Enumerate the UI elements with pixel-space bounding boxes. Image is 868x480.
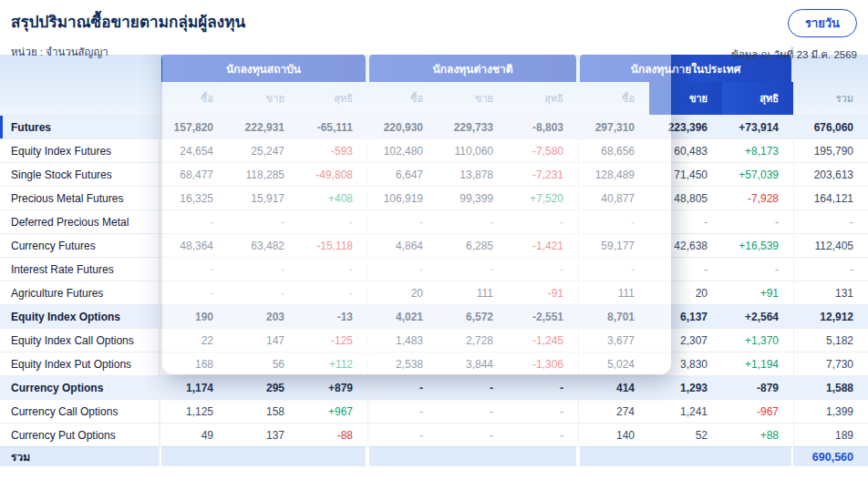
cell-value: - [367, 423, 438, 446]
cell-value: 2,307 [649, 328, 722, 352]
cell-value: 168 [160, 352, 228, 375]
cell-value: 274 [578, 399, 649, 423]
cell-value: 222,931 [228, 115, 299, 138]
grand-total-value: 690,560 [793, 446, 868, 466]
row-label: Currency Call Options [0, 399, 160, 423]
cell-value: - [578, 209, 649, 233]
cell-value: 8,701 [578, 304, 649, 328]
cell-value: 99,399 [438, 186, 508, 209]
row-label: Equity Index Call Options [0, 328, 160, 352]
cell-value: 297,310 [578, 115, 649, 138]
cell-value: 24,654 [160, 138, 228, 162]
cell-value: 16,325 [160, 186, 228, 209]
cell-value: - [367, 375, 438, 399]
table-row: Currency Call Options1,125158+967---2741… [0, 399, 868, 423]
cell-value: 22 [160, 328, 228, 352]
investor-group-table: นักลงทุนสถาบัน นักลงทุนต่างชาติ นักลงทุน… [0, 55, 868, 466]
institution-net-header: สุทธิ [299, 82, 367, 115]
cell-value: +967 [299, 399, 367, 423]
cell-value: 158 [228, 399, 299, 423]
cell-value: - [228, 209, 299, 233]
cell-value: -13 [299, 304, 367, 328]
cell-value: -1,245 [508, 328, 578, 352]
row-total: 189 [793, 423, 868, 446]
institution-sell-header: ขาย [228, 82, 299, 115]
cell-value: +88 [722, 423, 793, 446]
daily-toggle-button[interactable]: รายวัน [788, 9, 857, 37]
cell-value: 15,917 [228, 186, 299, 209]
total-row-institution [160, 446, 367, 466]
cell-value: 2,728 [438, 328, 508, 352]
cell-value: 60,483 [649, 138, 722, 162]
cell-value: - [299, 209, 367, 233]
row-total: 5,182 [793, 328, 868, 352]
cell-value: 157,820 [160, 115, 228, 138]
cell-value: +112 [299, 352, 367, 375]
cell-value: +2,564 [722, 304, 793, 328]
cell-value: 4,021 [367, 304, 438, 328]
total-row-label: รวม [0, 446, 160, 466]
cell-value: 1,483 [367, 328, 438, 352]
row-label: Equity Index Put Options [0, 352, 160, 375]
row-total: 195,790 [793, 138, 868, 162]
cell-value: 1,241 [649, 399, 722, 423]
row-label: Single Stock Futures [0, 162, 160, 186]
cell-value: 110,060 [438, 138, 508, 162]
cell-value: +57,039 [722, 162, 793, 186]
table-row: Futures157,820222,931-65,111220,930229,7… [0, 115, 868, 138]
cell-value: 414 [578, 375, 649, 399]
cell-value: - [438, 209, 508, 233]
cell-value: - [228, 257, 299, 281]
cell-value: 20 [649, 281, 722, 304]
cell-value: -1,306 [508, 352, 578, 375]
as-of-date: ข้อมูล ณ วันที่ 23 มี.ค. 2569 [731, 46, 857, 63]
cell-value: -7,928 [722, 186, 793, 209]
cell-value: 111 [578, 281, 649, 304]
cell-value: -1,421 [508, 233, 578, 257]
table-row: Precious Metal Futures16,32515,917+40810… [0, 186, 868, 209]
total-row-local [578, 446, 793, 466]
cell-value: 106,919 [367, 186, 438, 209]
cell-value: -2,551 [508, 304, 578, 328]
table-row: Currency Options1,174295+879---4141,293-… [0, 375, 868, 399]
table-row: Equity Index Put Options16856+1122,5383,… [0, 352, 868, 375]
group-foreign: นักลงทุนต่างชาติ [367, 55, 578, 82]
cell-value: 71,450 [649, 162, 722, 186]
page-title: สรุปปริมาณซื้อขายตามกลุ่มผู้ลงทุน [11, 9, 245, 34]
cell-value: +73,914 [722, 115, 793, 138]
total-row: รวม 690,560 [0, 446, 868, 466]
row-total: 676,060 [793, 115, 868, 138]
cell-value: 4,864 [367, 233, 438, 257]
cell-value: -8,803 [508, 115, 578, 138]
sub-header-row: ซื้อ ขาย สุทธิ ซื้อ ขาย สุทธิ ซื้อ ขาย ส… [0, 82, 868, 115]
cell-value: 137 [228, 423, 299, 446]
cell-value: 48,805 [649, 186, 722, 209]
cell-value: 2,538 [367, 352, 438, 375]
table-row: Currency Futures48,36463,482-15,1184,864… [0, 233, 868, 257]
cell-value: - [367, 209, 438, 233]
cell-value: +1,194 [722, 352, 793, 375]
foreign-sell-header: ขาย [438, 82, 508, 115]
cell-value: 6,137 [649, 304, 722, 328]
cell-value: 48,364 [160, 233, 228, 257]
cell-value: - [438, 375, 508, 399]
cell-value: - [299, 257, 367, 281]
row-label: Agriculture Futures [0, 281, 160, 304]
row-label: Precious Metal Futures [0, 186, 160, 209]
row-label: Currency Options [0, 375, 160, 399]
cell-value: 3,677 [578, 328, 649, 352]
row-label: Deferred Precious Metal [0, 209, 160, 233]
cell-value: 20 [367, 281, 438, 304]
header-right: รายวัน ข้อมูล ณ วันที่ 23 มี.ค. 2569 [731, 9, 857, 63]
table-row: Interest Rate Futures---------- [0, 257, 868, 281]
cell-value: 102,480 [367, 138, 438, 162]
cell-value: +408 [299, 186, 367, 209]
cell-value: - [160, 257, 228, 281]
cell-value: 190 [160, 304, 228, 328]
table-row: Equity Index Options190203-134,0216,572-… [0, 304, 868, 328]
cell-value: 63,482 [228, 233, 299, 257]
cell-value: 49 [160, 423, 228, 446]
cell-value: - [299, 281, 367, 304]
cell-value: -593 [299, 138, 367, 162]
unit-label: หน่วย : จำนวนสัญญา [11, 44, 245, 60]
